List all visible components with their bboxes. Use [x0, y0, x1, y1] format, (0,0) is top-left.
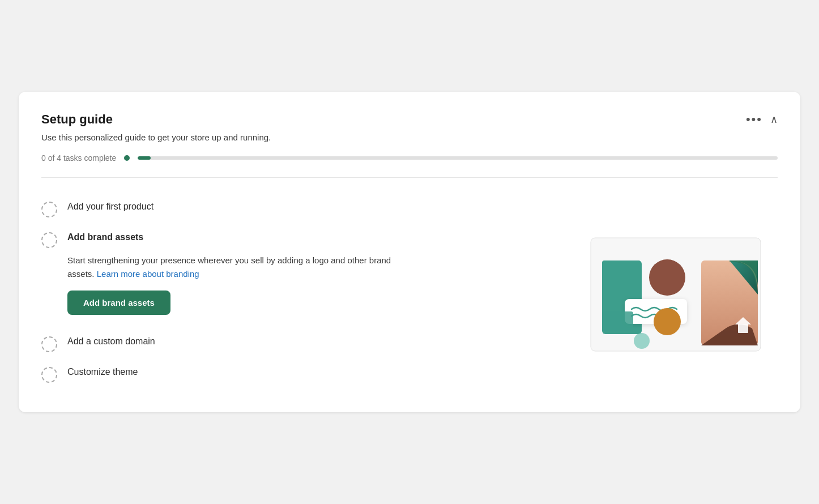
- brand-assets-illustration: [585, 232, 766, 357]
- main-content: Add your first product Add brand assets …: [41, 194, 778, 390]
- svg-rect-10: [602, 311, 633, 331]
- task-checkbox-add-custom-domain[interactable]: [41, 336, 57, 352]
- task-title-add-custom-domain: Add a custom domain: [67, 335, 155, 347]
- svg-rect-8: [738, 324, 748, 333]
- svg-point-2: [649, 259, 685, 296]
- collapse-icon[interactable]: ∧: [770, 113, 778, 126]
- more-options-icon[interactable]: •••: [746, 112, 762, 127]
- task-title-customize-theme: Customize theme: [67, 366, 138, 377]
- task-expanded-brand-assets: Start strengthening your presence wherev…: [67, 254, 574, 315]
- section-divider: [41, 177, 778, 178]
- subtitle-text: Use this personalized guide to get your …: [41, 133, 778, 142]
- task-item-add-brand-assets[interactable]: Add brand assets: [41, 224, 574, 248]
- progress-label: 0 of 4 tasks complete: [41, 153, 116, 163]
- svg-point-6: [634, 333, 650, 349]
- task-item-add-first-product[interactable]: Add your first product: [41, 194, 574, 224]
- task-item-customize-theme[interactable]: Customize theme: [41, 359, 574, 390]
- page-title: Setup guide: [41, 112, 113, 127]
- header-actions: ••• ∧: [746, 112, 778, 127]
- progress-dot: [124, 155, 130, 161]
- progress-bar-background: [138, 156, 778, 160]
- svg-rect-3: [602, 260, 641, 299]
- svg-point-5: [654, 308, 681, 335]
- task-checkbox-customize-theme[interactable]: [41, 367, 57, 383]
- tasks-list: Add your first product Add brand assets …: [41, 194, 574, 390]
- task-checkbox-add-brand-assets[interactable]: [41, 232, 57, 248]
- progress-section: 0 of 4 tasks complete: [41, 153, 778, 163]
- illustration-area: [574, 194, 778, 390]
- learn-more-branding-link[interactable]: Learn more about branding: [97, 269, 199, 279]
- card-header: Setup guide ••• ∧: [41, 112, 778, 127]
- add-brand-assets-button[interactable]: Add brand assets: [67, 291, 170, 315]
- task-title-add-first-product: Add your first product: [67, 200, 153, 212]
- progress-bar-fill: [138, 156, 151, 160]
- task-description-brand-assets: Start strengthening your presence wherev…: [67, 254, 407, 280]
- task-checkbox-add-first-product[interactable]: [41, 202, 57, 217]
- task-item-add-custom-domain[interactable]: Add a custom domain: [41, 328, 574, 359]
- task-title-add-brand-assets: Add brand assets: [67, 231, 143, 242]
- setup-guide-card: Setup guide ••• ∧ Use this personalized …: [19, 92, 800, 412]
